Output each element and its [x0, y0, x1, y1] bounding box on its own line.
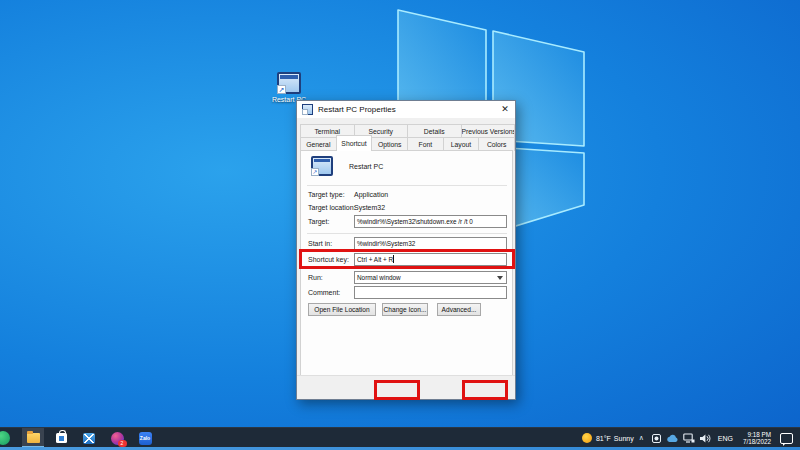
dialog-title: Restart PC Properties — [318, 105, 498, 114]
network-icon[interactable] — [682, 431, 695, 445]
shortcut-arrow-icon: ↗ — [277, 85, 286, 94]
tab-font[interactable]: Font — [407, 137, 444, 151]
weather-sun-icon — [582, 433, 592, 443]
language-indicator[interactable]: ENG — [718, 435, 733, 442]
shortcut-name: Restart PC — [349, 163, 383, 170]
shortcut-tab-page: ↗ Restart PC Target type: Application Ta… — [300, 150, 513, 378]
dialog-footer — [297, 375, 515, 399]
tab-colors[interactable]: Colors — [478, 137, 515, 151]
mail-icon[interactable] — [78, 428, 100, 448]
cropped-app-icon[interactable] — [0, 428, 14, 448]
tab-details[interactable]: Details — [407, 124, 462, 138]
taskbar: 2 Zalo 81°F Sunny ∧ ENG 9:18 PM 7/18/202… — [0, 427, 800, 448]
weather-condition[interactable]: Sunny — [614, 435, 634, 442]
chevron-down-icon — [497, 276, 503, 280]
microsoft-store-icon[interactable] — [50, 428, 72, 448]
shortcut-key-label: Shortcut key: — [308, 256, 349, 263]
clock-date: 7/18/2022 — [743, 438, 771, 445]
shortcut-arrow-icon: ↗ — [311, 168, 319, 176]
clock-time: 9:18 PM — [748, 431, 771, 438]
onedrive-cloud-icon[interactable] — [666, 431, 679, 445]
shortcut-key-input[interactable]: Ctrl + Alt + R — [354, 253, 507, 266]
properties-dialog: Restart PC Properties ✕ Terminal Securit… — [296, 100, 516, 400]
open-file-location-button[interactable]: Open File Location — [308, 303, 376, 316]
change-icon-button[interactable]: Change Icon... — [382, 303, 428, 316]
tray-app-icon[interactable] — [650, 431, 663, 445]
run-label: Run: — [308, 274, 323, 281]
restart-pc-icon: ↗ — [311, 156, 333, 176]
start-in-input[interactable]: %windir%\System32 — [354, 237, 507, 250]
target-location-label: Target location: — [308, 204, 355, 211]
action-center-icon[interactable] — [780, 433, 793, 444]
target-location-value: System32 — [354, 204, 385, 211]
tab-previous-versions[interactable]: Previous Versions — [461, 124, 516, 138]
file-explorer-icon[interactable] — [22, 428, 44, 448]
text-caret — [393, 255, 394, 263]
target-label: Target: — [308, 218, 329, 225]
dialog-titlebar-icon — [302, 104, 313, 115]
notification-badge: 2 — [118, 440, 127, 447]
comment-label: Comment: — [308, 289, 340, 296]
tab-row-2: General Shortcut Options Font Layout Col… — [300, 137, 514, 151]
weather-temp[interactable]: 81°F — [596, 435, 611, 442]
target-type-label: Target type: — [308, 191, 345, 198]
comment-input[interactable] — [354, 286, 507, 299]
target-input[interactable]: %windir%\System32\shutdown.exe /r /t 0 — [354, 215, 507, 228]
tab-options[interactable]: Options — [371, 137, 408, 151]
start-in-label: Start in: — [308, 240, 332, 247]
zalo-icon[interactable]: Zalo — [134, 428, 156, 448]
volume-icon[interactable] — [698, 431, 711, 445]
run-dropdown[interactable]: Normal window — [354, 271, 507, 284]
taskbar-clock[interactable]: 9:18 PM 7/18/2022 — [743, 431, 771, 445]
browser-icon[interactable]: 2 — [106, 428, 128, 448]
desktop-shortcut-restart-pc[interactable]: ↗ Restart PC — [266, 72, 312, 103]
target-type-value: Application — [354, 191, 388, 198]
restart-pc-icon: ↗ — [277, 72, 301, 94]
close-icon[interactable]: ✕ — [498, 103, 512, 116]
system-tray: 81°F Sunny ∧ ENG 9:18 PM 7/18/2022 — [582, 428, 800, 448]
chevron-up-icon[interactable]: ∧ — [639, 434, 644, 442]
tab-shortcut[interactable]: Shortcut — [336, 135, 373, 151]
tab-general[interactable]: General — [300, 137, 337, 151]
dialog-titlebar[interactable]: Restart PC Properties ✕ — [297, 101, 515, 118]
advanced-button[interactable]: Advanced... — [437, 303, 481, 316]
tab-layout[interactable]: Layout — [443, 137, 480, 151]
tab-row-1: Terminal Security Details Previous Versi… — [300, 124, 514, 138]
